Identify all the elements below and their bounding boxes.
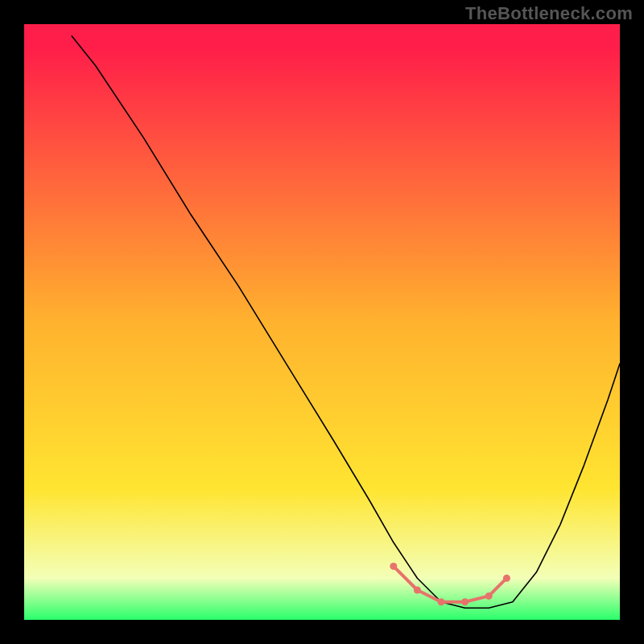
plot-area <box>24 24 620 620</box>
optimal-range-dot <box>461 598 469 605</box>
chart-frame: TheBottleneck.com <box>0 0 644 644</box>
gradient-background <box>24 24 620 620</box>
chart-svg <box>24 24 620 620</box>
optimal-range-dot <box>438 598 445 605</box>
optimal-range-dot <box>503 575 510 582</box>
optimal-range-dot <box>414 587 421 594</box>
optimal-range-dot <box>485 592 493 600</box>
watermark-text: TheBottleneck.com <box>465 3 633 24</box>
optimal-range-dot <box>390 563 397 570</box>
